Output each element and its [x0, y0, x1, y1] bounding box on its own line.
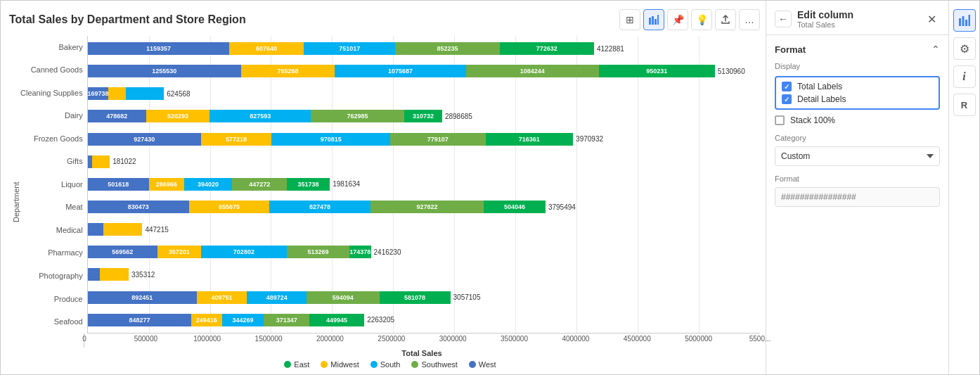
bar-segment[interactable]: 569562: [88, 246, 157, 258]
stack-100-checkbox-item[interactable]: Stack 100%: [775, 115, 940, 125]
bar-segment[interactable]: 607640: [229, 42, 304, 55]
bar-segment[interactable]: 447272: [232, 178, 287, 191]
x-tick: 4500000: [624, 335, 651, 343]
bar-total-label: 3795494: [548, 203, 576, 211]
bar-segment[interactable]: [100, 268, 129, 281]
bar-segment[interactable]: 779107: [390, 133, 485, 146]
x-tick: 500000: [134, 335, 157, 343]
detail-labels-checkbox-item[interactable]: ✓ Detail Labels: [782, 94, 933, 104]
bar-segment[interactable]: 892451: [88, 291, 197, 304]
x-axis: 0500000100000015000002000000250000030000…: [84, 333, 760, 348]
bar-segment[interactable]: 1255530: [88, 65, 241, 77]
bar-segment[interactable]: 169738: [88, 87, 109, 100]
bar-segment[interactable]: 927430: [88, 133, 201, 146]
bar-segment[interactable]: 927822: [370, 201, 484, 213]
bar-segment[interactable]: 409751: [197, 291, 247, 304]
panel-close-button[interactable]: ✕: [923, 11, 940, 27]
chart-view-button[interactable]: [643, 9, 664, 30]
bar-segment[interactable]: [108, 87, 126, 100]
bar-segment[interactable]: 489724: [247, 291, 307, 304]
bar-total-label: 3057105: [453, 293, 481, 301]
bar-segment[interactable]: [92, 155, 110, 168]
panel-title: Edit column: [797, 9, 917, 20]
panel-back-button[interactable]: ←: [775, 11, 792, 27]
y-label: Liquor: [20, 180, 83, 189]
format-section-toggle[interactable]: ⌃: [931, 44, 940, 55]
bar-segment[interactable]: 848277: [88, 314, 191, 326]
bar-segment[interactable]: 286966: [149, 178, 184, 191]
format-input[interactable]: [775, 187, 940, 207]
bar-segment[interactable]: 762985: [311, 110, 404, 122]
insights-button[interactable]: 💡: [691, 9, 712, 30]
bar-segment[interactable]: 581078: [380, 291, 451, 304]
bar-total-label: 5130960: [718, 68, 745, 75]
bar-segment[interactable]: 504046: [484, 201, 546, 213]
bar-row: 1255530765268107568710842449502315130960: [88, 63, 760, 79]
chart-icon-button[interactable]: [953, 9, 976, 32]
bar-segment[interactable]: [103, 223, 143, 236]
bar-segment[interactable]: 716361: [486, 133, 574, 146]
bars-container: 1159357607640751017852235772632412288112…: [87, 36, 760, 333]
x-tick: 1000000: [193, 335, 221, 343]
bar-segment[interactable]: 765268: [241, 65, 335, 77]
main-area: Total Sales by Department and Store Regi…: [1, 1, 766, 374]
legend-item: East: [284, 360, 309, 369]
share-button[interactable]: [715, 9, 736, 30]
more-button[interactable]: …: [739, 9, 760, 30]
r-icon: R: [961, 100, 967, 110]
bar-segment[interactable]: 950231: [599, 65, 715, 77]
bar-segment[interactable]: 751017: [304, 42, 396, 55]
bar-segment[interactable]: 520293: [146, 110, 209, 122]
bar-segment[interactable]: 371347: [264, 314, 309, 326]
format-section: Format ⌃ Display ✓ Total Labels ✓ Detail…: [775, 44, 940, 207]
panel-header: ← Edit column Total Sales ✕: [766, 1, 948, 35]
grid-view-button[interactable]: ⊞: [619, 9, 640, 30]
bar-segment[interactable]: 655675: [189, 201, 269, 213]
bar-segment[interactable]: 344269: [222, 314, 264, 326]
y-label: Bakery: [20, 43, 83, 52]
bar-segment[interactable]: 357201: [157, 246, 201, 258]
stack-100-checkbox[interactable]: [775, 115, 785, 125]
bar-segment[interactable]: [126, 87, 164, 100]
bar-segment[interactable]: 702802: [201, 246, 287, 258]
bar-segment[interactable]: 449945: [309, 314, 364, 326]
bar-segment[interactable]: 772632: [500, 42, 594, 55]
bar-segment[interactable]: [88, 268, 100, 281]
bar-segment[interactable]: 1075687: [335, 65, 466, 77]
bar-segment[interactable]: 830473: [88, 201, 189, 213]
bar-segment[interactable]: 513269: [287, 246, 349, 258]
bar-segment[interactable]: 577218: [201, 133, 271, 146]
legend-dot: [469, 361, 476, 368]
bar-segment[interactable]: 852235: [395, 42, 499, 55]
r-icon-button[interactable]: R: [953, 94, 976, 116]
bar-segment[interactable]: 970815: [271, 133, 390, 146]
bar-segment[interactable]: 478682: [88, 110, 146, 122]
pin-button[interactable]: 📌: [667, 9, 688, 30]
bar-segment[interactable]: 310732: [404, 110, 442, 122]
category-select[interactable]: Custom Number Currency Percent: [775, 146, 940, 166]
bar-segment[interactable]: 501618: [88, 178, 149, 191]
settings-icon-button[interactable]: ⚙: [953, 37, 976, 60]
bar-segment[interactable]: 1084244: [466, 65, 599, 77]
bar-total-label: 4122881: [597, 45, 624, 53]
bar-segment[interactable]: 1159357: [88, 42, 230, 55]
bar-segment[interactable]: 827593: [209, 110, 311, 122]
total-labels-checkbox-item[interactable]: ✓ Total Labels: [782, 82, 933, 91]
bar-segment[interactable]: 351738: [287, 178, 330, 191]
total-labels-checkbox[interactable]: ✓: [782, 82, 792, 91]
bar-segment[interactable]: 249416: [191, 314, 221, 326]
bar-segment[interactable]: [88, 223, 103, 236]
panel-subtitle: Total Sales: [797, 20, 917, 29]
svg-rect-1: [652, 16, 654, 25]
bar-segment[interactable]: 394020: [184, 178, 233, 191]
chart-inner: BakeryCanned GoodsCleaning SuppliesDairy…: [20, 36, 760, 369]
info-icon-button[interactable]: i: [953, 65, 976, 88]
y-label: Frozen Goods: [20, 134, 83, 144]
detail-labels-checkbox[interactable]: ✓: [782, 94, 792, 104]
y-label: Produce: [20, 295, 83, 304]
bar-segment[interactable]: 174378: [349, 246, 370, 258]
bar-total-label: 2263205: [367, 316, 394, 324]
bar-segment[interactable]: 827478: [269, 201, 370, 213]
bar-segment[interactable]: 594094: [307, 291, 379, 304]
legend-dot: [370, 361, 378, 368]
